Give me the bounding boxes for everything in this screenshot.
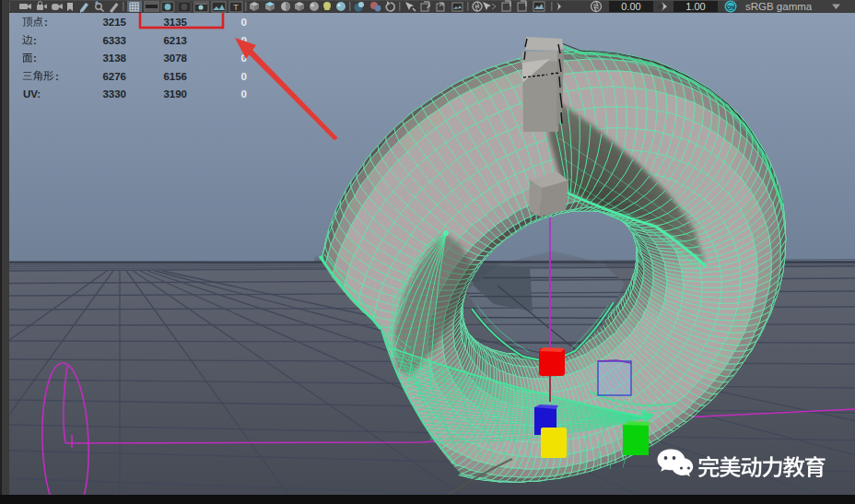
svg-text:1.00: 1.00 bbox=[685, 1, 705, 12]
svg-text:ON: ON bbox=[727, 5, 734, 10]
svg-text:T: T bbox=[233, 3, 239, 12]
svg-text:sRGB gamma: sRGB gamma bbox=[745, 1, 813, 12]
svg-text:0.00: 0.00 bbox=[621, 1, 640, 12]
